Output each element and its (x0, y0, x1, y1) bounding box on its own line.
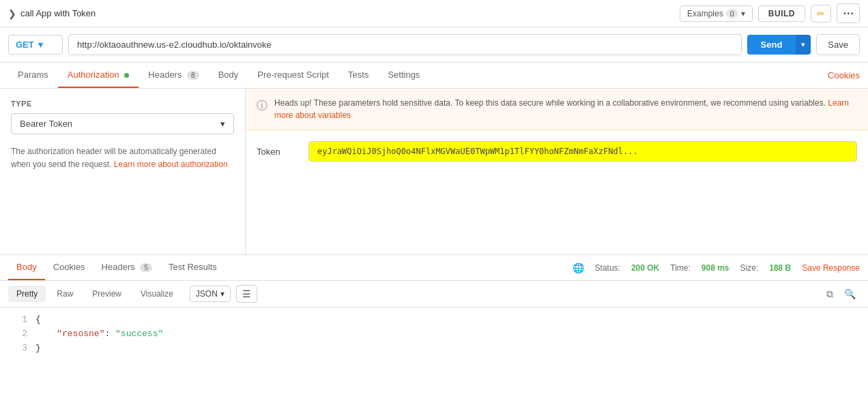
code-content-1: { (35, 313, 863, 327)
tab-settings[interactable]: Settings (378, 63, 429, 88)
search-button[interactable]: 🔍 (840, 286, 860, 303)
warning-icon: ⓘ (257, 97, 267, 114)
response-tabs: Body Cookies Headers 5 Test Results 🌐 St… (0, 255, 868, 281)
time-value: 908 ms (701, 263, 729, 273)
format-value: JSON (196, 289, 218, 299)
type-label: TYPE (11, 100, 234, 108)
send-dropdown-button[interactable]: ▾ (796, 35, 811, 55)
size-label: Size: (740, 263, 759, 273)
line-number-3: 3 (5, 342, 27, 356)
status-label: Status: (595, 263, 620, 273)
save-response-button[interactable]: Save Response (802, 263, 860, 273)
code-area: 1 { 2 "resosne": "success" 3 } (0, 308, 868, 361)
headers-response-badge: 5 (140, 263, 152, 272)
request-tabs: Params Authorization Headers 8 Body Pre-… (0, 63, 868, 89)
edit-icon: ✏ (817, 8, 825, 19)
time-label: Time: (670, 263, 691, 273)
type-select[interactable]: Bearer Token ▾ (11, 113, 234, 134)
search-icon: 🔍 (844, 288, 856, 299)
auth-left-panel: TYPE Bearer Token ▾ The authorization he… (0, 89, 246, 254)
auth-learn-more-link[interactable]: Learn more about authorization (114, 160, 228, 169)
save-button[interactable]: Save (816, 34, 860, 55)
auth-description: The authorization header will be automat… (11, 145, 234, 171)
wrap-button[interactable]: ☰ (236, 285, 257, 303)
wrap-icon: ☰ (242, 288, 251, 299)
send-button-group: Send ▾ (747, 35, 811, 55)
token-label: Token (257, 147, 298, 157)
view-tab-pretty[interactable]: Pretty (8, 286, 46, 302)
response-tab-headers[interactable]: Headers 5 (93, 255, 160, 280)
warning-text: Heads up! These parameters hold sensitiv… (274, 98, 826, 108)
method-select[interactable]: GET ▾ (8, 35, 63, 55)
build-button[interactable]: BUILD (758, 5, 805, 22)
token-value[interactable]: eyJraWQiOiJ0SjhoQ0o4NFlxMGVWaUE0TWpWM1p1… (308, 141, 857, 162)
globe-icon: 🌐 (573, 262, 584, 273)
format-chevron-icon: ▾ (220, 289, 225, 299)
copy-button[interactable]: ⧉ (822, 286, 837, 303)
code-line-1: 1 { (0, 313, 868, 327)
tab-authorization[interactable]: Authorization (58, 63, 139, 88)
examples-count: 0 (726, 9, 738, 18)
edit-button[interactable]: ✏ (811, 5, 831, 22)
cookies-link[interactable]: Cookies (828, 63, 860, 87)
copy-icon: ⧉ (826, 288, 833, 299)
type-chevron-icon: ▾ (220, 119, 225, 129)
tab-params[interactable]: Params (8, 63, 58, 88)
tab-tests[interactable]: Tests (338, 63, 378, 88)
url-input[interactable] (68, 34, 742, 55)
response-tab-cookies[interactable]: Cookies (45, 255, 93, 280)
code-content-3: } (35, 342, 863, 356)
tab-body[interactable]: Body (209, 63, 248, 88)
warning-banner: ⓘ Heads up! These parameters hold sensit… (246, 89, 868, 130)
authorization-dot (124, 73, 129, 78)
size-value: 188 B (769, 263, 791, 273)
url-bar: GET ▾ Send ▾ Save (0, 27, 868, 63)
tab-headers[interactable]: Headers 8 (139, 63, 208, 88)
app-window: ❯ call App with Token Examples 0 ▾ BUILD… (0, 0, 868, 405)
body-view-right-actions: ⧉ 🔍 (822, 286, 860, 303)
status-value: 200 OK (631, 263, 659, 273)
auth-right-panel: ⓘ Heads up! These parameters hold sensit… (246, 89, 868, 254)
view-tab-visualize[interactable]: Visualize (132, 286, 182, 302)
format-select[interactable]: JSON ▾ (190, 286, 231, 302)
code-content-2: "resosne": "success" (35, 327, 863, 342)
top-bar-actions: Examples 0 ▾ BUILD ✏ ⋯ (680, 3, 860, 23)
response-tab-testresults[interactable]: Test Results (160, 255, 225, 280)
line-number-2: 2 (5, 327, 27, 342)
code-line-3: 3 } (0, 342, 868, 356)
back-chevron-icon[interactable]: ❯ (8, 8, 16, 19)
response-tab-body[interactable]: Body (8, 255, 45, 280)
method-value: GET (16, 40, 34, 50)
top-bar: ❯ call App with Token Examples 0 ▾ BUILD… (0, 0, 868, 27)
view-tab-preview[interactable]: Preview (84, 286, 130, 302)
token-row: Token eyJraWQiOiJ0SjhoQ0o4NFlxMGVWaUE0TW… (246, 130, 868, 172)
tab-prerequest[interactable]: Pre-request Script (248, 63, 338, 88)
more-button[interactable]: ⋯ (837, 3, 860, 23)
response-status-area: 🌐 Status: 200 OK Time: 908 ms Size: 188 … (573, 262, 860, 273)
type-value: Bearer Token (20, 119, 72, 129)
examples-label: Examples (687, 9, 723, 18)
examples-chevron-icon: ▾ (741, 9, 745, 18)
line-number-1: 1 (5, 313, 27, 327)
view-tab-raw[interactable]: Raw (48, 286, 81, 302)
code-line-2: 2 "resosne": "success" (0, 327, 868, 342)
response-section: Body Cookies Headers 5 Test Results 🌐 St… (0, 255, 868, 405)
send-dropdown-icon: ▾ (801, 40, 805, 48)
more-icon: ⋯ (843, 7, 854, 19)
main-content: TYPE Bearer Token ▾ The authorization he… (0, 89, 868, 255)
body-view-tabs: Pretty Raw Preview Visualize JSON ▾ ☰ ⧉ (0, 281, 868, 308)
send-button[interactable]: Send (747, 35, 796, 55)
headers-badge: 8 (187, 71, 199, 80)
page-title: call App with Token (20, 8, 680, 18)
examples-button[interactable]: Examples 0 ▾ (680, 5, 753, 22)
method-chevron-icon: ▾ (38, 40, 43, 50)
